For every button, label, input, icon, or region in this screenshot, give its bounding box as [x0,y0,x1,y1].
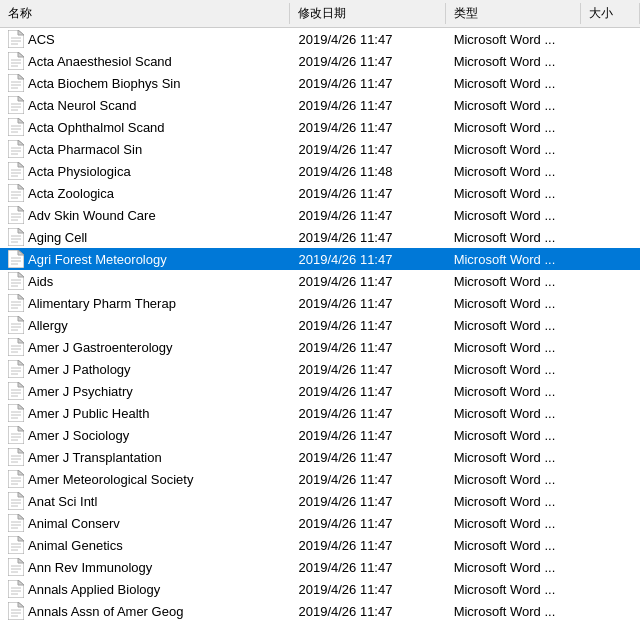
file-type-cell: Microsoft Word ... [446,32,582,47]
file-name-label: Amer Meteorological Society [28,472,193,487]
file-name-cell: Animal Conserv [0,514,290,532]
file-name-cell: Aids [0,272,290,290]
table-row[interactable]: Acta Ophthalmol Scand2019/4/26 11:47Micr… [0,116,640,138]
file-name-cell: Allergy [0,316,290,334]
file-name-label: Acta Ophthalmol Scand [28,120,165,135]
file-name-cell: Amer J Transplantation [0,448,290,466]
svg-marker-101 [18,470,24,475]
file-icon [8,514,24,532]
file-name-cell: Acta Biochem Biophys Sin [0,74,290,92]
file-date-cell: 2019/4/26 11:47 [290,186,445,201]
file-icon [8,140,24,158]
file-name-cell: Anat Sci Intl [0,492,290,510]
file-icon [8,74,24,92]
file-name-cell: Acta Ophthalmol Scand [0,118,290,136]
table-row[interactable]: Amer J Pathology2019/4/26 11:47Microsoft… [0,358,640,380]
table-row[interactable]: Adv Skin Wound Care2019/4/26 11:47Micros… [0,204,640,226]
file-name-cell: Animal Genetics [0,536,290,554]
table-row[interactable]: Amer J Public Health2019/4/26 11:47Micro… [0,402,640,424]
file-name-label: Adv Skin Wound Care [28,208,156,223]
svg-marker-6 [18,52,24,57]
svg-marker-51 [18,250,24,255]
file-type-cell: Microsoft Word ... [446,164,582,179]
table-row[interactable]: Acta Anaesthesiol Scand2019/4/26 11:47Mi… [0,50,640,72]
table-row[interactable]: Ann Rev Immunology2019/4/26 11:47Microso… [0,556,640,578]
file-date-cell: 2019/4/26 11:47 [290,318,445,333]
file-list[interactable]: 名称 修改日期 类型 大小 ACS2019/4/26 11:47Microsof… [0,0,640,640]
svg-marker-121 [18,558,24,563]
table-row[interactable]: Acta Physiologica2019/4/26 11:48Microsof… [0,160,640,182]
table-row[interactable]: Annals Applied Biology2019/4/26 11:47Mic… [0,578,640,600]
file-date-cell: 2019/4/26 11:47 [290,296,445,311]
svg-marker-56 [18,272,24,277]
svg-marker-66 [18,316,24,321]
table-row[interactable]: Acta Zoologica2019/4/26 11:47Microsoft W… [0,182,640,204]
header-date[interactable]: 修改日期 [290,3,445,24]
table-row[interactable]: Alimentary Pharm Therap2019/4/26 11:47Mi… [0,292,640,314]
file-icon [8,118,24,136]
file-date-cell: 2019/4/26 11:47 [290,230,445,245]
table-row[interactable]: Acta Neurol Scand2019/4/26 11:47Microsof… [0,94,640,116]
table-row[interactable]: Amer J Gastroenterology2019/4/26 11:47Mi… [0,336,640,358]
file-name-label: Acta Neurol Scand [28,98,136,113]
header-size[interactable]: 大小 [581,3,640,24]
file-name-cell: Ann Rev Immunology [0,558,290,576]
file-name-cell: Acta Physiologica [0,162,290,180]
table-row[interactable]: Agri Forest Meteorology2019/4/26 11:47Mi… [0,248,640,270]
file-date-cell: 2019/4/26 11:47 [290,76,445,91]
file-type-cell: Microsoft Word ... [446,428,582,443]
file-date-cell: 2019/4/26 11:47 [290,54,445,69]
file-date-cell: 2019/4/26 11:47 [290,538,445,553]
file-date-cell: 2019/4/26 11:48 [290,164,445,179]
svg-marker-126 [18,580,24,585]
file-type-cell: Microsoft Word ... [446,472,582,487]
svg-marker-46 [18,228,24,233]
file-type-cell: Microsoft Word ... [446,604,582,619]
file-icon [8,250,24,268]
file-name-cell: Acta Zoologica [0,184,290,202]
table-row[interactable]: Acta Biochem Biophys Sin2019/4/26 11:47M… [0,72,640,94]
file-name-cell: Amer J Pathology [0,360,290,378]
table-row[interactable]: Allergy2019/4/26 11:47Microsoft Word ... [0,314,640,336]
file-name-label: Annals Assn of Amer Geog [28,604,183,619]
file-name-label: Amer J Pathology [28,362,131,377]
table-row[interactable]: Animal Conserv2019/4/26 11:47Microsoft W… [0,512,640,534]
file-name-label: Ann Rev Immunology [28,560,152,575]
header-name[interactable]: 名称 [0,3,290,24]
svg-marker-86 [18,404,24,409]
file-name-cell: Amer J Sociology [0,426,290,444]
table-row[interactable]: Anat Sci Intl2019/4/26 11:47Microsoft Wo… [0,490,640,512]
table-row[interactable]: ACS2019/4/26 11:47Microsoft Word ... [0,28,640,50]
header-type[interactable]: 类型 [446,3,582,24]
file-name-cell: Agri Forest Meteorology [0,250,290,268]
file-icon [8,162,24,180]
file-type-cell: Microsoft Word ... [446,538,582,553]
file-icon [8,96,24,114]
file-name-label: Alimentary Pharm Therap [28,296,176,311]
file-name-label: Amer J Sociology [28,428,129,443]
file-type-cell: Microsoft Word ... [446,384,582,399]
table-row[interactable]: Animal Genetics2019/4/26 11:47Microsoft … [0,534,640,556]
file-icon [8,448,24,466]
file-date-cell: 2019/4/26 11:47 [290,340,445,355]
file-name-cell: Alimentary Pharm Therap [0,294,290,312]
file-icon [8,382,24,400]
file-icon [8,580,24,598]
table-row[interactable]: Aging Cell2019/4/26 11:47Microsoft Word … [0,226,640,248]
table-row[interactable]: Aids2019/4/26 11:47Microsoft Word ... [0,270,640,292]
file-name-label: Animal Genetics [28,538,123,553]
table-row[interactable]: Annals Assn of Amer Geog2019/4/26 11:47M… [0,600,640,622]
file-name-cell: Annals Assn of Amer Geog [0,602,290,620]
file-type-cell: Microsoft Word ... [446,98,582,113]
table-row[interactable]: Acta Pharmacol Sin2019/4/26 11:47Microso… [0,138,640,160]
file-icon [8,470,24,488]
table-row[interactable]: Amer J Sociology2019/4/26 11:47Microsoft… [0,424,640,446]
table-row[interactable]: Amer J Transplantation2019/4/26 11:47Mic… [0,446,640,468]
file-name-label: Agri Forest Meteorology [28,252,167,267]
file-name-cell: Acta Neurol Scand [0,96,290,114]
table-row[interactable]: Amer J Psychiatry2019/4/26 11:47Microsof… [0,380,640,402]
file-type-cell: Microsoft Word ... [446,340,582,355]
table-row[interactable]: Amer Meteorological Society2019/4/26 11:… [0,468,640,490]
table-header: 名称 修改日期 类型 大小 [0,0,640,28]
file-date-cell: 2019/4/26 11:47 [290,32,445,47]
